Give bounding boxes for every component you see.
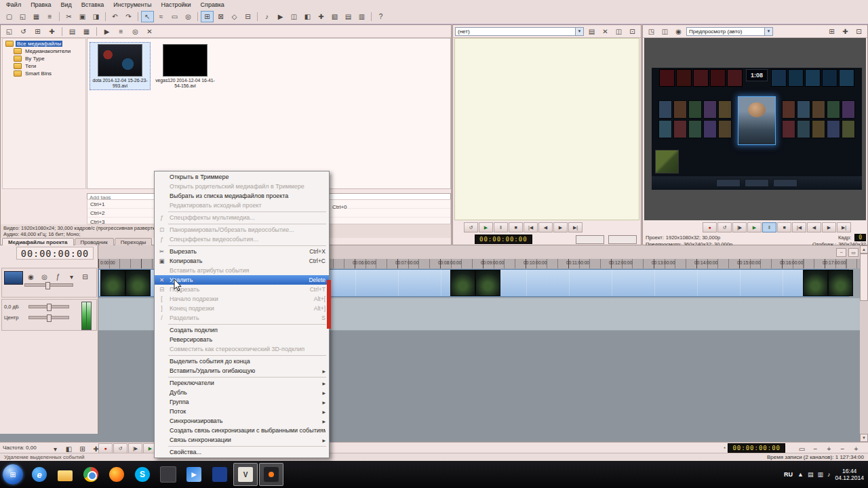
context-item-5[interactable]: ƒСпецэффекты мультимедиа... bbox=[155, 213, 329, 222]
copy-icon[interactable]: ▣ bbox=[76, 11, 89, 22]
cursor-timecode-display[interactable]: 00:00:00:00 bbox=[16, 247, 94, 260]
context-item-7[interactable]: ⊡Панорамировать/Обрезать видеособытие... bbox=[155, 225, 329, 235]
taskbar-clock[interactable]: 16:44 04.12.2014 bbox=[835, 468, 864, 481]
loop-playback-button[interactable]: ↺ bbox=[717, 222, 732, 232]
context-item-26[interactable]: Переключатели▶ bbox=[155, 378, 329, 388]
previous-frame-button[interactable]: ◀ bbox=[538, 222, 553, 232]
paste-icon[interactable]: ◨ bbox=[90, 11, 102, 22]
vegas-pro-button[interactable]: V bbox=[233, 463, 258, 486]
zoom-tool-icon[interactable]: ◎ bbox=[182, 11, 195, 22]
pan-slider[interactable] bbox=[28, 316, 69, 319]
go-to-start-button[interactable]: |◀ bbox=[524, 222, 538, 232]
next-frame-button[interactable]: ▶ bbox=[553, 222, 568, 232]
media-item[interactable]: vegas120 2014-12-04 16-41-54-156.avi bbox=[155, 43, 215, 89]
auto-preview-icon[interactable]: ▶ bbox=[100, 26, 113, 37]
snapping-icon[interactable]: ⊞ bbox=[201, 11, 214, 22]
stop-button[interactable]: ■ bbox=[777, 222, 791, 232]
menu-item-4[interactable]: Инструменты bbox=[108, 1, 156, 8]
media-properties-icon[interactable]: ≡ bbox=[115, 26, 127, 37]
media-generators-icon[interactable]: ✚ bbox=[315, 11, 328, 22]
new-project-icon[interactable]: ▢ bbox=[3, 11, 16, 22]
context-item-15[interactable]: [Начало подрезкиAlt+[ bbox=[155, 294, 329, 304]
context-item-1[interactable]: Открыть родительский медиафайл в Триммер… bbox=[155, 182, 329, 191]
mixer-icon[interactable]: ♪ bbox=[260, 11, 273, 22]
context-item-10[interactable]: ✂ВырезатьCtrl+X bbox=[155, 247, 329, 256]
refresh-icon[interactable]: ↺ bbox=[17, 26, 30, 37]
chevron-down-icon[interactable]: ▼ bbox=[764, 28, 772, 35]
undo-icon[interactable]: ↶ bbox=[108, 11, 121, 22]
import-media-icon[interactable]: ✚ bbox=[45, 26, 58, 37]
context-item-11[interactable]: ▣КопироватьCtrl+C bbox=[155, 256, 329, 266]
context-item-30[interactable]: Синхронизировать▶ bbox=[155, 416, 329, 426]
action-center-icon[interactable]: ▤ bbox=[808, 471, 814, 478]
context-item-31[interactable]: Создать связь синхронизации с выбранными… bbox=[155, 426, 329, 435]
context-item-32[interactable]: Связь синхронизации▶ bbox=[155, 435, 329, 445]
dock-trimmer-icon[interactable]: ◫ bbox=[612, 26, 625, 37]
track-solo-button[interactable]: ◎ bbox=[38, 271, 51, 283]
external-monitor-icon[interactable]: ⊡ bbox=[852, 26, 865, 37]
trimmer-workspace[interactable] bbox=[454, 38, 639, 220]
context-item-29[interactable]: Поток▶ bbox=[155, 407, 329, 416]
track-bypass-button[interactable]: ⊟ bbox=[79, 271, 92, 283]
trimmer-selection-end-box[interactable] bbox=[608, 235, 637, 244]
context-item-27[interactable]: Дубль▶ bbox=[155, 388, 329, 397]
context-item-2[interactable]: Выбрать из списка медиафайлов проекта bbox=[155, 191, 329, 201]
play-from-start-button[interactable]: |▶ bbox=[128, 443, 142, 453]
volume-icon[interactable]: ♪ bbox=[827, 471, 831, 478]
grid-overlay-icon[interactable]: ⊞ bbox=[825, 26, 838, 37]
track-mute-button[interactable]: ◉ bbox=[24, 271, 37, 283]
chevron-down-icon[interactable]: ▼ bbox=[575, 28, 583, 35]
minimize-track-icon[interactable]: − bbox=[836, 248, 846, 257]
up-folder-icon[interactable]: ◱ bbox=[3, 26, 16, 37]
tree-item-1[interactable]: Медианакопители bbox=[3, 47, 85, 55]
tree-item-4[interactable]: Smart Bins bbox=[3, 70, 85, 77]
scroll-down-icon[interactable]: ▼ bbox=[860, 434, 868, 442]
context-item-17[interactable]: /РазделитьS bbox=[155, 313, 329, 323]
open-project-icon[interactable]: ◱ bbox=[16, 11, 29, 22]
normal-edit-tool-icon[interactable]: ↖ bbox=[141, 11, 154, 22]
menu-item-3[interactable]: Вставка bbox=[77, 1, 108, 8]
firefox-button[interactable] bbox=[104, 463, 129, 486]
record-button[interactable]: ● bbox=[703, 222, 717, 232]
loop-playback-button[interactable]: ↺ bbox=[464, 222, 478, 232]
project-properties-icon[interactable]: ≡ bbox=[43, 11, 56, 22]
language-indicator[interactable]: RU bbox=[784, 471, 793, 478]
audio-track-header[interactable]: 0,0 дБ Центр bbox=[1, 299, 97, 331]
app-blue-button[interactable] bbox=[208, 463, 232, 486]
play-from-start-button[interactable]: |▶ bbox=[732, 222, 747, 232]
pause-button[interactable]: ‖ bbox=[494, 222, 508, 232]
scrollbar-thumb[interactable] bbox=[860, 253, 868, 301]
zoom-preview-icon[interactable]: ✚ bbox=[839, 26, 852, 37]
hidden-icons-arrow[interactable]: ▲ bbox=[797, 471, 804, 478]
selection-tool-icon[interactable]: ▭ bbox=[168, 11, 181, 22]
lock-envelopes-icon[interactable]: ◇ bbox=[228, 11, 241, 22]
context-item-24[interactable]: Вставить/Удалить огибающую▶ bbox=[155, 366, 329, 375]
auto-ripple-icon[interactable]: ⊠ bbox=[214, 11, 227, 22]
save-project-icon[interactable]: ▦ bbox=[30, 11, 43, 22]
tree-item-0[interactable]: Все медиафайлы bbox=[3, 40, 85, 47]
trimmer-selection-start-box[interactable] bbox=[576, 235, 604, 244]
close-trimmer-icon[interactable]: ✕ bbox=[599, 26, 612, 37]
go-to-end-button[interactable]: ▶| bbox=[568, 222, 583, 232]
context-item-34[interactable]: Свойства... bbox=[155, 447, 329, 457]
context-item-20[interactable]: Реверсировать bbox=[155, 335, 329, 344]
list-view-icon[interactable]: ▤ bbox=[66, 26, 79, 37]
next-frame-button[interactable]: ▶ bbox=[822, 222, 836, 232]
loop-playback-button[interactable]: ↺ bbox=[113, 443, 127, 453]
windows-explorer-button[interactable] bbox=[53, 463, 77, 486]
media-player-button[interactable]: ▶ bbox=[182, 463, 206, 486]
help-icon[interactable]: ? bbox=[374, 11, 387, 22]
context-item-12[interactable]: Вставить атрибуты события bbox=[155, 266, 329, 275]
play-button[interactable]: ▶ bbox=[747, 222, 762, 232]
go-to-start-button[interactable]: |◀ bbox=[792, 222, 806, 232]
preview-quality-combo[interactable]: Предпросмотр (авто) ▼ bbox=[686, 27, 773, 36]
context-item-16[interactable]: ]Конец подрезкиAlt+] bbox=[155, 304, 329, 313]
menu-item-6[interactable]: Справка bbox=[196, 1, 229, 8]
edit-details-icon[interactable]: ▤ bbox=[342, 11, 355, 22]
restore-track-icon[interactable]: ▭ bbox=[848, 248, 859, 257]
redo-icon[interactable]: ↷ bbox=[122, 11, 135, 22]
previous-frame-button[interactable]: ◀ bbox=[807, 222, 821, 232]
app-dark-button[interactable] bbox=[156, 463, 180, 486]
remove-media-icon[interactable]: ✕ bbox=[143, 26, 156, 37]
go-to-end-button[interactable]: ▶| bbox=[837, 222, 851, 232]
